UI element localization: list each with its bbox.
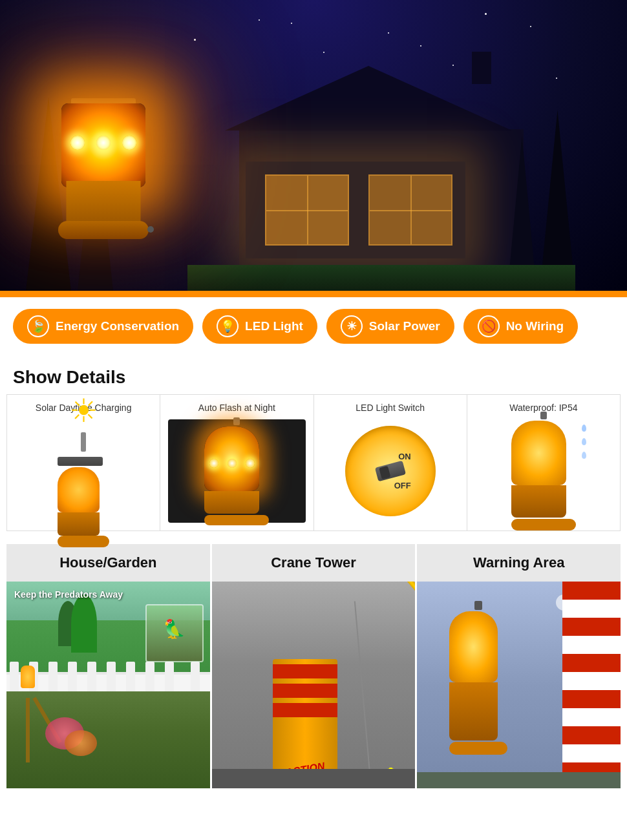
detail-cell-switch: LED Light Switch ON OFF — [314, 395, 467, 530]
led-dot-3 — [122, 136, 136, 150]
water-drops — [582, 425, 586, 459]
mount-bracket — [58, 221, 149, 239]
drop-3 — [582, 452, 586, 459]
mini-lens — [58, 467, 100, 512]
drop-1 — [582, 425, 586, 432]
warning-image — [417, 582, 621, 788]
off-label: OFF — [376, 481, 411, 490]
energy-label: Energy Conservation — [56, 319, 179, 333]
light-base — [67, 181, 141, 226]
flash-bracket — [204, 515, 269, 525]
drop-2 — [582, 438, 586, 445]
barrier-red-1 — [562, 582, 621, 600]
waterproof-image-area — [475, 419, 612, 523]
bird-box: 🦜 — [145, 604, 204, 662]
wp-base-main — [511, 485, 566, 518]
warning-solar-panel — [474, 601, 482, 610]
barrier-red-4 — [562, 690, 621, 708]
lens — [61, 103, 145, 187]
detail-cell-flash: Auto Flash at Night — [160, 395, 314, 530]
hero-solar-light — [39, 45, 168, 265]
solar-image-area: ☀ — [15, 419, 152, 523]
bush-2 — [71, 594, 97, 653]
flash-lens-main — [204, 426, 259, 491]
detail-grid: Solar Daytime Charging ☀ Auto Flash at N… — [6, 394, 621, 531]
wp-light-container — [511, 412, 576, 530]
led-dot-1 — [70, 136, 85, 150]
warning-ground — [417, 772, 621, 788]
wp-bracket — [511, 519, 576, 530]
garden-scene: Keep the Predators Away — [6, 582, 210, 788]
mini-solar-light — [58, 457, 109, 547]
garden-image: Keep the Predators Away — [6, 582, 212, 788]
barrier-white-3 — [562, 672, 621, 690]
stake-structure — [26, 698, 30, 762]
detail-title-flash: Auto Flash at Night — [168, 403, 305, 413]
use-cases-images: Keep the Predators Away — [6, 582, 621, 788]
crane-stripe-2 — [273, 684, 337, 698]
house-roof — [225, 66, 512, 131]
switch-scene: ON OFF — [345, 426, 436, 516]
crane-stripe-1 — [273, 664, 337, 678]
detail-cell-solar: Solar Daytime Charging ☀ — [7, 395, 160, 530]
crane-cable — [354, 601, 371, 781]
detail-cell-waterproof: Waterproof: IP54 — [467, 395, 620, 530]
crane-ground — [212, 769, 416, 788]
barrier-container — [562, 582, 621, 788]
garden-caption: Keep the Predators Away — [14, 589, 123, 600]
solar-scene: ☀ — [58, 395, 109, 547]
flash-led-1 — [209, 459, 218, 468]
crane-image: ACTION 👷 — [212, 582, 418, 788]
mini-panel — [58, 457, 103, 466]
use-cases-section: House/Garden Crane Tower Warning Area Ke… — [6, 544, 621, 788]
hero-section — [0, 0, 627, 291]
nowiring-label: No Wiring — [506, 319, 564, 333]
flash-base-main — [204, 491, 259, 514]
flash-scene — [168, 419, 305, 523]
sun-symbol: ☀ — [69, 395, 98, 427]
nowiring-icon: 🚫 — [478, 315, 500, 337]
stake-lens — [21, 666, 35, 688]
switch-circle: ON OFF — [345, 426, 436, 516]
switch-toggle: ON OFF — [376, 452, 405, 490]
flash-image-area — [168, 419, 305, 523]
window-right — [368, 174, 452, 246]
window-left — [265, 174, 349, 246]
tree-right — [540, 110, 575, 291]
switch-nub — [379, 466, 390, 479]
solar-panel-top — [233, 417, 240, 425]
crane-stripe-3 — [273, 703, 337, 717]
orange-divider — [0, 291, 627, 297]
led-label: LED Light — [245, 319, 303, 333]
barrier-white-2 — [562, 636, 621, 654]
use-case-title-warning: Warning Area — [417, 544, 621, 582]
feature-badge-energy: 🍃 Energy Conservation — [13, 309, 193, 344]
features-bar: 🍃 Energy Conservation 💡 LED Light ☀ Sola… — [0, 297, 627, 355]
chimney — [472, 52, 491, 84]
warning-base — [449, 682, 498, 740]
flash-led-3 — [246, 459, 255, 468]
bird-silhouette: 🦜 — [163, 618, 186, 640]
feature-badge-solar: ☀ Solar Power — [326, 309, 454, 344]
feature-badge-nowiring: 🚫 No Wiring — [463, 309, 579, 344]
barrier-red-5 — [562, 726, 621, 744]
warning-lens — [449, 611, 498, 682]
section-title: Show Details — [0, 355, 627, 394]
barrier-red-2 — [562, 618, 621, 636]
use-case-title-garden: House/Garden — [6, 544, 212, 582]
barrier-white-1 — [562, 600, 621, 618]
switch-lever-body — [375, 461, 406, 482]
barrier-white-4 — [562, 708, 621, 726]
warning-bracket — [449, 742, 507, 755]
barrier-white-5 — [562, 744, 621, 762]
energy-icon: 🍃 — [27, 315, 49, 337]
ground — [187, 265, 575, 291]
flash-light-container — [204, 417, 269, 525]
feature-badge-led: 💡 LED Light — [202, 309, 317, 344]
mini-base — [58, 512, 100, 536]
warning-light-post — [449, 601, 507, 755]
solar-label: Solar Power — [369, 319, 440, 333]
stake-post-1 — [26, 698, 30, 762]
waterproof-scene — [511, 412, 576, 530]
crane-scene: ACTION 👷 — [212, 582, 416, 788]
